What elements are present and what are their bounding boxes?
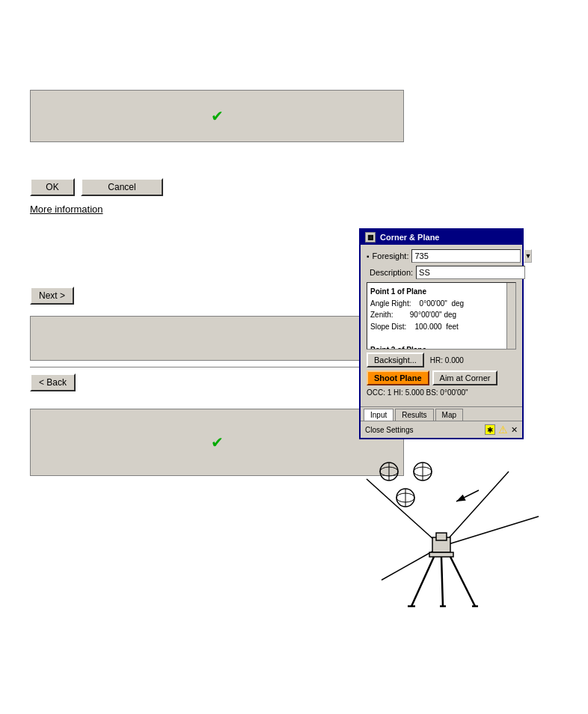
button-row-1: OK Cancel (30, 178, 404, 196)
survey-diagram-svg (359, 449, 569, 614)
foresight-dropdown[interactable]: ▼ (524, 249, 532, 263)
shoot-aim-row: Shoot Plane Aim at Corner (367, 370, 516, 385)
dialog-title: Corner & Plane (380, 233, 439, 242)
info-line-1: Point 1 of Plane (370, 286, 502, 298)
info-line-6: Point 2 of Plane (370, 344, 502, 350)
top-gray-box: ✔ (30, 90, 404, 142)
description-label: Description: (370, 268, 413, 277)
foresight-input[interactable] (411, 249, 521, 263)
aim-at-corner-button[interactable]: Aim at Corner (432, 370, 498, 385)
info-scrollbar[interactable] (506, 283, 515, 349)
dialog-status: OCC: 1 HI: 5.000 BS: 0°00'00" (367, 388, 516, 397)
close-settings-label[interactable]: Close Settings (365, 426, 413, 434)
top-checkmark: ✔ (211, 107, 224, 125)
back-button-container: < Back (30, 373, 404, 391)
next-button[interactable]: Next > (30, 287, 74, 305)
svg-line-19 (441, 557, 443, 606)
dialog-body: ▪ Foresight: ▼ Description: Point 1 of P… (361, 245, 522, 403)
tab-map[interactable]: Map (435, 409, 463, 421)
description-input[interactable] (416, 266, 525, 279)
svg-line-9 (456, 490, 479, 501)
warning-icon: ⚠ (498, 424, 508, 436)
hr-label: HR: 0.000 (430, 356, 464, 364)
dialog-icon: ▦ (365, 232, 376, 242)
svg-line-12 (441, 472, 509, 546)
next-button-container: Next > (30, 287, 404, 305)
dialog-footer: Close Settings ✱ ⚠ ✕ (361, 421, 522, 438)
survey-illustration (359, 449, 569, 614)
svg-rect-16 (436, 533, 447, 540)
dialog-info-text: Point 1 of Plane Angle Right: 0°00'00" d… (370, 286, 512, 350)
foresight-row: ▪ Foresight: ▼ (367, 249, 516, 263)
footer-icons: ✱ ⚠ ✕ (485, 424, 518, 436)
svg-line-20 (450, 557, 475, 606)
info-line-2: Angle Right: 0°00'00" deg (370, 298, 502, 310)
cancel-button[interactable]: Cancel (81, 178, 163, 196)
svg-line-18 (411, 557, 434, 606)
info-line-5 (370, 332, 502, 344)
svg-rect-17 (429, 552, 453, 557)
dialog-titlebar: ▦ Corner & Plane (361, 230, 522, 245)
tab-input[interactable]: Input (364, 409, 393, 421)
dialog-info-box: Point 1 of Plane Angle Right: 0°00'00" d… (367, 282, 516, 350)
second-gray-box (30, 316, 404, 361)
dialog-tabs: Input Results Map (361, 406, 522, 421)
bottom-checkmark: ✔ (211, 433, 224, 451)
svg-line-13 (441, 516, 539, 546)
foresight-bullet: ▪ (367, 252, 370, 260)
backsight-row: Backsight... HR: 0.000 (367, 353, 516, 367)
back-button[interactable]: < Back (30, 373, 76, 391)
settings-icon[interactable]: ✱ (485, 424, 495, 435)
more-info-link[interactable]: More information (30, 204, 103, 215)
description-row: Description: (367, 266, 516, 279)
shoot-plane-button[interactable]: Shoot Plane (367, 370, 429, 385)
bottom-gray-box: ✔ (30, 409, 404, 476)
foresight-label: Foresight: (373, 251, 409, 260)
info-line-4: Slope Dist: 100.000 feet (370, 321, 502, 333)
info-line-3: Zenith: 90°00'00" deg (370, 309, 502, 321)
divider-1 (30, 367, 404, 367)
ok-button[interactable]: OK (30, 178, 75, 196)
footer-close-btn[interactable]: ✕ (511, 425, 518, 435)
tab-results[interactable]: Results (395, 409, 433, 421)
backsight-button[interactable]: Backsight... (367, 353, 424, 367)
corner-plane-dialog: ▦ Corner & Plane ▪ Foresight: ▼ Descript… (359, 228, 524, 439)
